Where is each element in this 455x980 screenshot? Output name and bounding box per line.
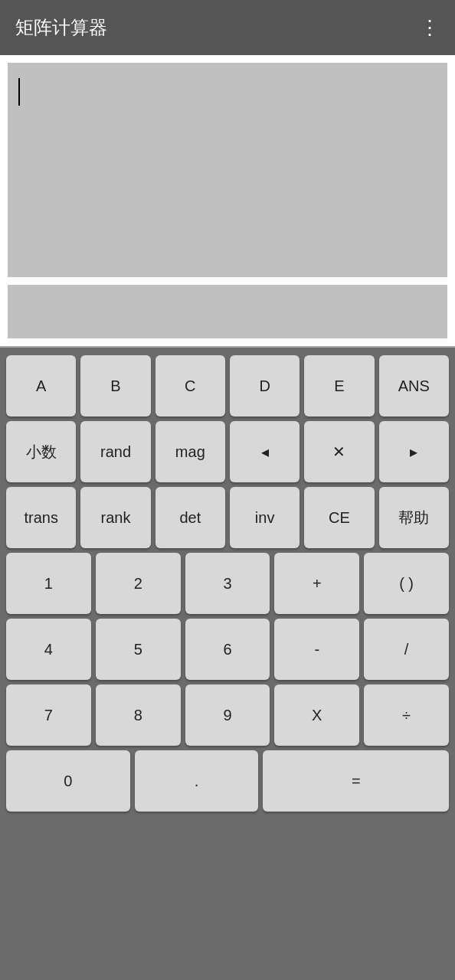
key-trans[interactable]: trans [6, 487, 76, 548]
key-delete[interactable]: ✕ [304, 421, 374, 482]
key-row-1: 小数randmag◂✕▸ [6, 421, 449, 482]
key-plus[interactable]: + [274, 553, 359, 614]
key-multiply[interactable]: X [274, 684, 359, 746]
key-rank[interactable]: rank [80, 487, 150, 548]
main-display[interactable] [8, 63, 447, 277]
key-right-arrow[interactable]: ▸ [379, 421, 449, 482]
key-1[interactable]: 1 [6, 553, 91, 614]
key-help[interactable]: 帮助 [379, 487, 449, 548]
secondary-display [8, 285, 447, 338]
key-ans[interactable]: ANS [379, 355, 449, 416]
key-4[interactable]: 4 [6, 619, 91, 680]
key-c[interactable]: C [155, 355, 225, 416]
key-left-arrow[interactable]: ◂ [230, 421, 300, 482]
key-6[interactable]: 6 [185, 619, 270, 680]
key-inv[interactable]: inv [230, 487, 300, 548]
menu-icon[interactable]: ⋮ [420, 16, 440, 40]
display-section [0, 55, 455, 348]
keyboard-section: ABCDEANS小数randmag◂✕▸transrankdetinvCE帮助1… [0, 348, 455, 888]
key-det[interactable]: det [155, 487, 225, 548]
key-7[interactable]: 7 [6, 684, 91, 746]
key-e[interactable]: E [304, 355, 374, 416]
bottom-padding [0, 888, 455, 980]
key-row-2: transrankdetinvCE帮助 [6, 487, 449, 548]
key-row-0: ABCDEANS [6, 355, 449, 416]
key-dot[interactable]: . [135, 750, 259, 812]
key-minus[interactable]: - [274, 619, 359, 680]
top-bar: 矩阵计算器 ⋮ [0, 0, 455, 55]
key-divide[interactable]: / [364, 619, 449, 680]
key-9[interactable]: 9 [185, 684, 270, 746]
key-parens[interactable]: ( ) [364, 553, 449, 614]
app-title: 矩阵计算器 [15, 15, 107, 40]
key-d[interactable]: D [230, 355, 300, 416]
key-decimal[interactable]: 小数 [6, 421, 76, 482]
key-row-4: 456-/ [6, 619, 449, 680]
key-a[interactable]: A [6, 355, 76, 416]
key-int-divide[interactable]: ÷ [364, 684, 449, 746]
key-5[interactable]: 5 [96, 619, 181, 680]
key-8[interactable]: 8 [96, 684, 181, 746]
key-2[interactable]: 2 [96, 553, 181, 614]
key-3[interactable]: 3 [185, 553, 270, 614]
last-key-row: 0.= [6, 750, 449, 812]
key-ce[interactable]: CE [304, 487, 374, 548]
key-row-5: 789X÷ [6, 684, 449, 746]
key-0[interactable]: 0 [6, 750, 130, 812]
key-equals[interactable]: = [263, 750, 449, 812]
key-mag[interactable]: mag [155, 421, 225, 482]
key-b[interactable]: B [80, 355, 150, 416]
cursor-indicator [18, 78, 20, 106]
key-rand[interactable]: rand [80, 421, 150, 482]
key-row-3: 123+( ) [6, 553, 449, 614]
